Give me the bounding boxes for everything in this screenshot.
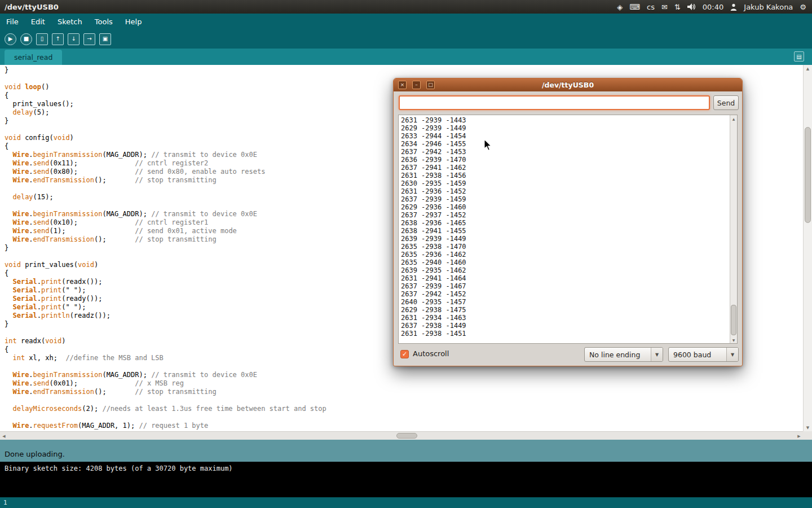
new-sketch-button[interactable]: ▯ <box>36 33 48 45</box>
menu-help[interactable]: Help <box>119 14 148 29</box>
serial-output-panel: 2631 -2939 -14432629 -2939 -14492633 -29… <box>398 115 738 344</box>
code-line: Wire.endTransmission(); // stop transmit… <box>5 388 803 396</box>
stop-icon: ■ <box>24 36 29 42</box>
serial-line: 2635 -2938 -1470 <box>401 243 727 251</box>
tab-label: serial_read <box>14 53 52 62</box>
scroll-right-arrow-icon[interactable]: ▶ <box>795 432 803 440</box>
menubar: File Edit Sketch Tools Help <box>0 14 812 29</box>
close-button[interactable]: × <box>398 81 407 89</box>
serial-line: 2633 -2944 -1454 <box>401 132 727 140</box>
sync-arrows-icon[interactable]: ⇅ <box>674 3 681 11</box>
autoscroll-checkbox[interactable]: ✓ <box>400 350 409 358</box>
baud-rate-select[interactable]: 9600 baud ▼ <box>668 347 739 362</box>
serial-scroll-up-icon[interactable]: ▲ <box>730 115 737 122</box>
serial-line: 2637 -2942 -1453 <box>401 148 727 156</box>
chevron-down-icon[interactable]: ▼ <box>651 348 663 361</box>
serial-line: 2631 -2934 -1463 <box>401 314 727 322</box>
serial-line: 2637 -2938 -1449 <box>401 322 727 330</box>
tab-strip: serial_read ▤ <box>0 49 812 65</box>
code-line: Wire.beginTransmission(MAG_ADDR); // tra… <box>5 371 803 379</box>
stop-button[interactable]: ■ <box>20 33 32 45</box>
volume-icon[interactable] <box>687 3 696 10</box>
serial-scroll-thumb[interactable] <box>731 305 736 335</box>
serial-send-input[interactable] <box>399 95 710 110</box>
scroll-left-arrow-icon[interactable]: ◀ <box>0 432 8 440</box>
code-line <box>5 396 803 405</box>
serial-line: 2629 -2938 -1475 <box>401 306 727 314</box>
serial-line: 2638 -2941 -1455 <box>401 227 727 235</box>
check-icon: ✓ <box>402 351 407 357</box>
serial-line: 2639 -2939 -1449 <box>401 235 727 243</box>
keyboard-layout-label[interactable]: cs <box>647 3 655 11</box>
active-window-title: /dev/ttyUSB0 <box>0 3 59 11</box>
serial-line: 2631 -2936 -1452 <box>401 187 727 195</box>
mail-icon[interactable]: ✉ <box>661 3 668 11</box>
serial-line: 2635 -2936 -1462 <box>401 251 727 259</box>
new-sketch-icon: ▯ <box>41 36 44 42</box>
status-message: Done uploading. <box>5 450 65 458</box>
serial-line: 2636 -2939 -1470 <box>401 156 727 164</box>
serial-line: 2629 -2939 -1449 <box>401 124 727 132</box>
line-number: 1 <box>3 499 7 506</box>
autoscroll-label: Autoscroll <box>413 349 449 358</box>
line-ending-select[interactable]: No line ending ▼ <box>584 347 663 362</box>
editor-vertical-scroll-thumb[interactable] <box>805 127 811 223</box>
editor-vertical-scrollbar[interactable]: ▲ ▼ <box>803 65 812 431</box>
save-icon: ↓ <box>71 36 76 42</box>
mouse-cursor <box>484 139 492 154</box>
status-bar: Done uploading. <box>0 440 812 462</box>
editor-horizontal-scroll-thumb[interactable] <box>396 433 417 439</box>
serial-monitor-title: /dev/ttyUSB0 <box>394 81 742 89</box>
serial-line: 2637 -2937 -1452 <box>401 211 727 219</box>
panel-indicators: ◈ ⌨ cs ✉ ⇅ 00:40 Jakub Kakona ⚙ <box>617 3 812 11</box>
verify-button[interactable]: ▶ <box>5 33 16 45</box>
menu-edit[interactable]: Edit <box>25 14 51 29</box>
clock[interactable]: 00:40 <box>703 3 723 11</box>
top-panel: /dev/ttyUSB0 ◈ ⌨ cs ✉ ⇅ 00:40 Jakub Kako… <box>0 0 812 14</box>
code-line <box>5 413 803 422</box>
close-icon: × <box>400 82 405 87</box>
serial-scroll-down-icon[interactable]: ▼ <box>730 336 737 343</box>
line-number-bar: 1 <box>0 497 812 508</box>
minimize-button[interactable]: – <box>412 81 421 89</box>
serial-monitor-window: × – □ /dev/ttyUSB0 Send 2631 -2939 -1443… <box>393 78 743 366</box>
serial-scrollbar[interactable]: ▲ ▼ <box>730 115 737 343</box>
serial-line: 2631 -2938 -1451 <box>401 330 727 338</box>
save-button[interactable]: ↓ <box>68 33 80 45</box>
code-line: Wire.requestFrom(MAG_ADDR, 1); // reques… <box>5 422 803 430</box>
menu-file[interactable]: File <box>0 14 25 29</box>
chevron-down-icon[interactable]: ▼ <box>726 348 738 361</box>
code-line: Wire.send(0x01); // x MSB reg <box>5 379 803 388</box>
serial-output: 2631 -2939 -14432629 -2939 -14492633 -29… <box>399 115 730 343</box>
tab-serial-read[interactable]: serial_read <box>5 50 62 65</box>
code-line: } <box>5 66 803 75</box>
keyboard-layout-icon[interactable]: ⌨ <box>629 3 640 11</box>
serial-monitor-button[interactable]: ▣ <box>99 33 111 45</box>
scroll-up-arrow-icon[interactable]: ▲ <box>804 65 812 72</box>
scroll-down-arrow-icon[interactable]: ▼ <box>804 424 812 431</box>
upload-button[interactable]: → <box>83 33 95 45</box>
indicator-applet-icon[interactable]: ◈ <box>617 3 623 11</box>
line-ending-value: No line ending <box>585 348 651 361</box>
username-label[interactable]: Jakub Kakona <box>744 3 793 11</box>
menu-tools[interactable]: Tools <box>89 14 119 29</box>
open-icon: ↑ <box>55 36 60 42</box>
user-icon[interactable] <box>730 3 737 11</box>
gear-icon[interactable]: ⚙ <box>800 3 806 11</box>
serial-monitor-titlebar[interactable]: × – □ /dev/ttyUSB0 <box>394 78 742 91</box>
menu-sketch[interactable]: Sketch <box>51 14 89 29</box>
tab-menu-button[interactable]: ▤ <box>794 51 804 62</box>
console-message: Binary sketch size: 4208 bytes (of a 307… <box>5 465 233 472</box>
serial-line: 2631 -2941 -1464 <box>401 274 727 282</box>
serial-line: 2631 -2938 -1456 <box>401 172 727 179</box>
maximize-button[interactable]: □ <box>426 81 435 89</box>
upload-icon: → <box>87 36 91 42</box>
serial-line: 2629 -2936 -1460 <box>401 203 727 211</box>
open-button[interactable]: ↑ <box>52 33 64 45</box>
editor-horizontal-scrollbar[interactable]: ◀ ▶ <box>0 431 803 440</box>
serial-line: 2637 -2942 -1452 <box>401 290 727 298</box>
serial-monitor-icon: ▣ <box>103 36 108 42</box>
serial-line: 2634 -2946 -1455 <box>401 140 727 148</box>
send-button[interactable]: Send <box>713 95 739 110</box>
serial-line: 2630 -2935 -1459 <box>401 179 727 187</box>
